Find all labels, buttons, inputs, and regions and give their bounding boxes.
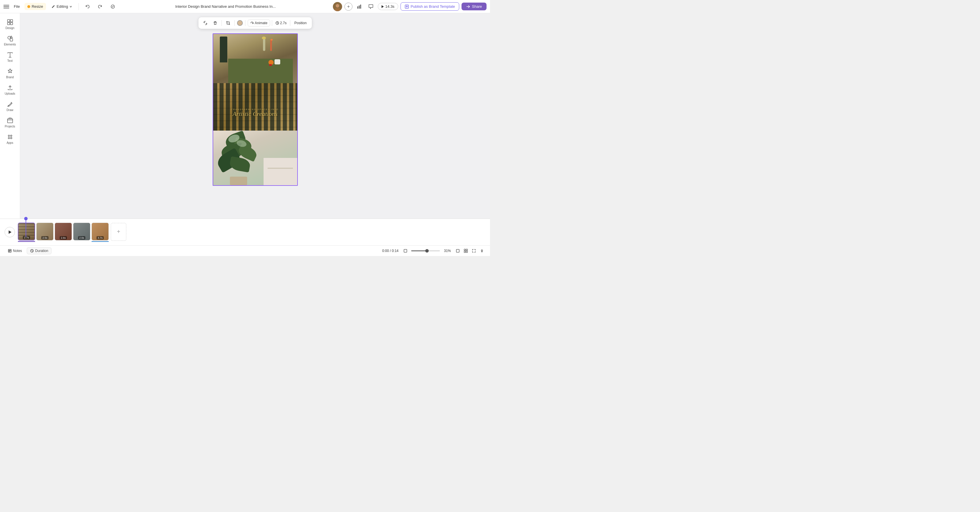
sidebar-item-brand[interactable]: Brand: [2, 66, 19, 81]
uploads-icon: [7, 84, 13, 91]
svg-rect-23: [457, 250, 459, 252]
animate-button[interactable]: Animate: [247, 19, 270, 27]
svg-point-16: [10, 135, 12, 137]
svg-rect-11: [10, 22, 13, 25]
duration-button[interactable]: 2.7s: [274, 20, 288, 26]
svg-rect-27: [466, 251, 468, 253]
slide-thumb-1[interactable]: 2.7s: [18, 223, 35, 240]
svg-rect-22: [404, 250, 407, 252]
svg-rect-25: [466, 249, 468, 251]
slide-2-underline: [36, 241, 54, 242]
svg-point-17: [8, 137, 10, 139]
svg-point-18: [10, 137, 12, 139]
svg-rect-13: [10, 38, 13, 41]
rotate-button[interactable]: [201, 19, 209, 27]
apps-icon: [7, 134, 13, 140]
toolbar-divider-1: [78, 3, 79, 10]
top-toolbar: File Resize Editing Interior Design Bran…: [0, 0, 490, 13]
brand-icon: [7, 68, 13, 75]
slide-4-duration: 2.6s: [78, 236, 85, 240]
undo-button[interactable]: [82, 3, 93, 10]
play-preview-button[interactable]: 14.3s: [378, 3, 398, 10]
left-sidebar: Design Elements Text Brand Uploads: [0, 13, 20, 219]
delete-button[interactable]: [211, 19, 219, 27]
slide-thumb-5[interactable]: 3.7s: [92, 223, 109, 240]
fit-view-button[interactable]: [402, 247, 409, 254]
notes-button[interactable]: Notes: [5, 247, 25, 254]
menu-icon[interactable]: [3, 4, 9, 10]
view-mode-buttons: [454, 247, 485, 254]
sidebar-item-label: Text: [7, 59, 13, 62]
resize-button[interactable]: Resize: [24, 3, 46, 10]
slide-3-underline: [55, 241, 72, 242]
share-button[interactable]: Share: [461, 3, 487, 10]
duration-toggle-button[interactable]: Duration: [27, 247, 51, 254]
sidebar-item-label: Apps: [6, 141, 13, 145]
slide-thumb-3[interactable]: 2.6s: [55, 223, 72, 240]
canvas-frame[interactable]: TRANSFORMING SPACES INTO Artistic Creati…: [213, 33, 298, 186]
sidebar-item-label: Projects: [5, 125, 15, 128]
sidebar-item-apps[interactable]: Apps: [2, 132, 19, 147]
sidebar-item-label: Uploads: [5, 92, 15, 95]
resize-dot-icon: [27, 5, 30, 8]
slide-5-underline: [92, 241, 109, 242]
canvas-title: Artistic Creations: [213, 110, 297, 118]
color-swatch[interactable]: [237, 20, 243, 26]
svg-rect-6: [360, 5, 361, 9]
add-slide-button[interactable]: +: [111, 223, 126, 241]
redo-button[interactable]: [95, 3, 105, 10]
add-collaborator-button[interactable]: +: [344, 3, 352, 11]
comment-button[interactable]: [366, 2, 375, 11]
sidebar-item-uploads[interactable]: Uploads: [2, 82, 19, 97]
svg-rect-9: [10, 19, 13, 22]
slide-4-underline: [73, 241, 90, 242]
svg-rect-14: [8, 119, 13, 123]
crop-button[interactable]: [224, 19, 232, 27]
sidebar-item-label: Design: [5, 27, 14, 30]
sidebar-item-design[interactable]: Design: [2, 17, 19, 32]
sidebar-item-label: Elements: [4, 43, 16, 46]
play-icon: [382, 5, 384, 8]
file-menu-button[interactable]: File: [11, 3, 22, 10]
draw-icon: [7, 101, 13, 107]
timeline-marker: [24, 217, 28, 220]
timeline-row: 2.7s 2.5s 2.6s: [0, 219, 490, 245]
canvas-area: Animate 2.7s Position: [20, 13, 490, 219]
avatar[interactable]: [333, 2, 342, 11]
document-title: Interior Design Brand Narrative and Prom…: [120, 4, 331, 9]
sidebar-item-text[interactable]: Text: [2, 49, 19, 65]
grid-view-button[interactable]: [462, 247, 469, 254]
projects-icon: [7, 118, 13, 124]
play-triangle-icon: [9, 231, 11, 234]
slide-thumb-2[interactable]: 2.5s: [36, 223, 54, 240]
bottom-right-controls: 0:00 / 0:14 31%: [382, 247, 485, 254]
svg-point-28: [482, 250, 482, 250]
sidebar-item-draw[interactable]: Draw: [2, 99, 19, 114]
stats-button[interactable]: [355, 2, 364, 11]
slide-1-duration: 2.7s: [23, 236, 30, 239]
fullscreen-button[interactable]: [471, 247, 477, 254]
design-icon: [7, 19, 13, 25]
svg-rect-8: [8, 19, 10, 22]
time-display: 0:00 / 0:14: [382, 249, 398, 253]
sidebar-item-projects[interactable]: Projects: [2, 115, 19, 130]
zoom-thumb[interactable]: [425, 249, 429, 253]
zoom-controls: 31%: [402, 247, 451, 254]
publish-button[interactable]: Publish as Brand Template: [401, 2, 459, 11]
zoom-track[interactable]: [411, 250, 440, 251]
play-button[interactable]: [5, 227, 15, 237]
bottom-panel: 2.7s 2.5s 2.6s: [0, 219, 490, 256]
position-button[interactable]: Position: [292, 20, 309, 26]
slide-thumb-4[interactable]: 2.6s: [73, 223, 90, 240]
zoom-fill: [411, 250, 427, 251]
bottom-left-buttons: Notes Duration: [5, 247, 51, 254]
editing-chevron-icon: [69, 5, 72, 8]
single-view-button[interactable]: [454, 247, 461, 254]
sidebar-item-elements[interactable]: Elements: [2, 33, 19, 48]
accessibility-button[interactable]: [479, 247, 485, 254]
editing-icon: [51, 5, 55, 9]
save-button[interactable]: [108, 3, 118, 10]
editing-button[interactable]: Editing: [48, 3, 75, 10]
bottom-controls-row: Notes Duration 0:00 / 0:14 31%: [0, 245, 490, 256]
text-icon: [7, 52, 13, 58]
